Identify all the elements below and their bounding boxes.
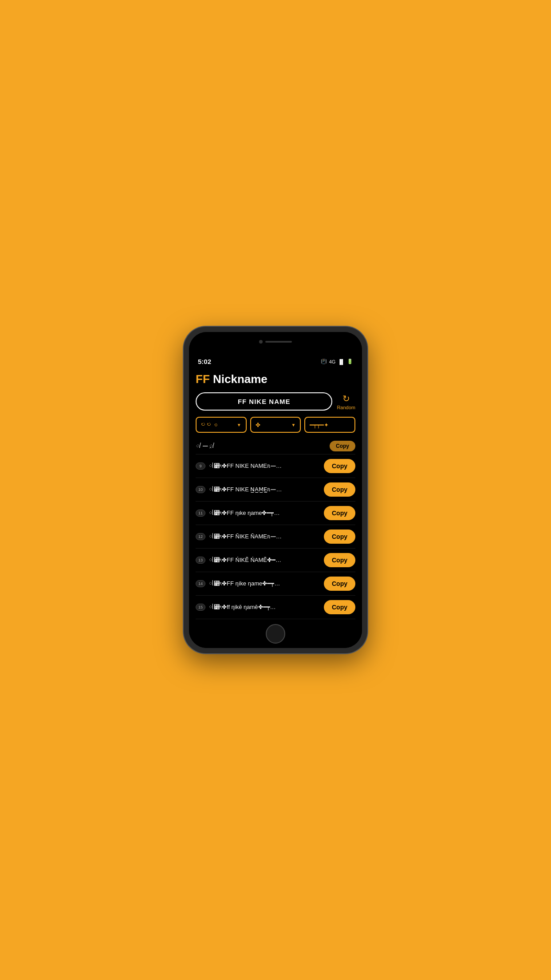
status-time: 5:02 — [198, 358, 211, 365]
dropdown-font[interactable]: ಲಲ ৩ ▼ — [196, 417, 247, 433]
nickname-text: ᤲᥣ꡸ৎ✤FF NIKE N̲A̲M̲E̲ᥰ━… — [209, 486, 324, 493]
row-left: 15 ᤲᥣ꡸ৎ✤ff ηikē ηamē✤━┯… — [196, 604, 324, 611]
nickname-text: ᤲᥣ꡸ৎ✤ff ηikē ηamē✤━┯… — [209, 604, 324, 611]
dropdown-style[interactable]: ✤ ▼ — [250, 417, 301, 433]
copy-button[interactable]: Copy — [324, 459, 355, 473]
camera-notch — [259, 340, 292, 344]
row-number: 13 — [196, 557, 205, 564]
row-number: 14 — [196, 580, 205, 587]
camera-icon — [259, 340, 263, 344]
partial-row: ᤲᥣ ━ ᤳᥣ Copy — [196, 438, 355, 454]
status-bar: 5:02 📳 4G ▐▌ 🔋 — [189, 345, 362, 368]
row-left: 11 ᤲᥣ꡸ৎ✤FF ηιke ηame✤━┯… — [196, 510, 324, 517]
name-input[interactable]: FF NIKE NAME — [196, 392, 332, 411]
nickname-text: ᤲᥣ꡸ৎ✤FF NIKE NAMEᥰ━… — [209, 462, 324, 470]
dropdown-style-value: ✤ — [256, 422, 260, 428]
copy-button[interactable]: Copy — [324, 530, 355, 544]
table-row: 12 ᤲᥣ꡸ৎ✤FF ÑIKE ÑAMEᥰ━… Copy — [196, 525, 355, 549]
copy-button[interactable]: Copy — [324, 553, 355, 567]
row-number: 10 — [196, 486, 205, 493]
nickname-text: ᤲᥣ꡸ৎ✤FF ηíke ηame✤━┯… — [209, 580, 324, 587]
phone-screen: 5:02 📳 4G ▐▌ 🔋 FF Nickname FF NIKE NAME … — [189, 332, 362, 648]
random-button[interactable]: ↻ Random — [337, 393, 355, 410]
screen-content[interactable]: FF Nickname FF NIKE NAME ↻ Random ಲಲ ৩ ▼… — [189, 368, 362, 620]
dropdown-decoration[interactable]: ━┯┯━✦ — [304, 417, 355, 433]
row-number: 11 — [196, 510, 205, 517]
speaker-icon — [265, 341, 292, 343]
home-button-area — [189, 620, 362, 648]
partial-nickname-text: ᤲᥣ ━ ᤳᥣ — [196, 443, 330, 450]
dropdowns-row: ಲಲ ৩ ▼ ✤ ▼ ━┯┯━✦ — [196, 417, 355, 433]
title-nickname: Nickname — [210, 372, 268, 386]
copy-button[interactable]: Copy — [324, 506, 355, 520]
table-row: 15 ᤲᥣ꡸ৎ✤ff ηikē ηamē✤━┯… Copy — [196, 596, 355, 619]
row-left: 12 ᤲᥣ꡸ৎ✤FF ÑIKE ÑAMEᥰ━… — [196, 533, 324, 540]
table-row: 9 ᤲᥣ꡸ৎ✤FF NIKE NAMEᥰ━… Copy — [196, 454, 355, 478]
nickname-text: ᤲᥣ꡸ৎ✤FF ηιke ηame✤━┯… — [209, 510, 324, 517]
copy-button[interactable]: Copy — [324, 600, 355, 614]
row-left: 10 ᤲᥣ꡸ৎ✤FF NIKE N̲A̲M̲E̲ᥰ━… — [196, 486, 324, 493]
table-row: 14 ᤲᥣ꡸ৎ✤FF ηíke ηame✤━┯… Copy — [196, 572, 355, 596]
home-button[interactable] — [266, 624, 285, 644]
copy-button[interactable]: Copy — [324, 577, 355, 591]
row-number: 15 — [196, 604, 205, 611]
network-icon: 4G — [329, 359, 336, 364]
copy-button[interactable]: Copy — [324, 482, 355, 497]
signal-icon: ▐▌ — [338, 359, 345, 364]
app-title: FF Nickname — [196, 372, 355, 386]
table-row: 13 ᤲᥣ꡸ৎ✤FF ŃIKĚ ŃAMĚ✤━… Copy — [196, 549, 355, 572]
phone-device: 5:02 📳 4G ▐▌ 🔋 FF Nickname FF NIKE NAME … — [184, 327, 367, 653]
nickname-text: ᤲᥣ꡸ৎ✤FF ŃIKĚ ŃAMĚ✤━… — [209, 557, 324, 564]
random-icon: ↻ — [342, 393, 350, 404]
title-ff: FF — [196, 372, 210, 386]
dropdown-decoration-value: ━┯┯━✦ — [310, 422, 329, 428]
input-row: FF NIKE NAME ↻ Random — [196, 392, 355, 411]
row-left: 9 ᤲᥣ꡸ৎ✤FF NIKE NAMEᥰ━… — [196, 462, 324, 470]
battery-icon: 🔋 — [347, 359, 353, 364]
dropdown-font-value: ಲಲ ৩ — [201, 421, 217, 428]
row-number: 9 — [196, 462, 205, 470]
row-left: 13 ᤲᥣ꡸ৎ✤FF ŃIKĚ ŃAMĚ✤━… — [196, 557, 324, 564]
random-label: Random — [337, 405, 355, 410]
row-number: 12 — [196, 533, 205, 540]
row-left: 14 ᤲᥣ꡸ৎ✤FF ηíke ηame✤━┯… — [196, 580, 324, 587]
partial-copy-button[interactable]: Copy — [330, 441, 355, 451]
status-icons: 📳 4G ▐▌ 🔋 — [321, 359, 353, 364]
nickname-text: ᤲᥣ꡸ৎ✤FF ÑIKE ÑAMEᥰ━… — [209, 533, 324, 540]
chevron-down-icon: ▼ — [237, 423, 241, 427]
app-header: FF Nickname — [196, 372, 355, 386]
chevron-down-icon-2: ▼ — [291, 423, 295, 427]
table-row: 10 ᤲᥣ꡸ৎ✤FF NIKE N̲A̲M̲E̲ᥰ━… Copy — [196, 478, 355, 502]
vibrate-icon: 📳 — [321, 359, 327, 364]
table-row: 11 ᤲᥣ꡸ৎ✤FF ηιke ηame✤━┯… Copy — [196, 502, 355, 525]
nickname-list: ᤲᥣ ━ ᤳᥣ Copy 9 ᤲᥣ꡸ৎ✤FF NIKE NAMEᥰ━… Copy… — [196, 438, 355, 620]
